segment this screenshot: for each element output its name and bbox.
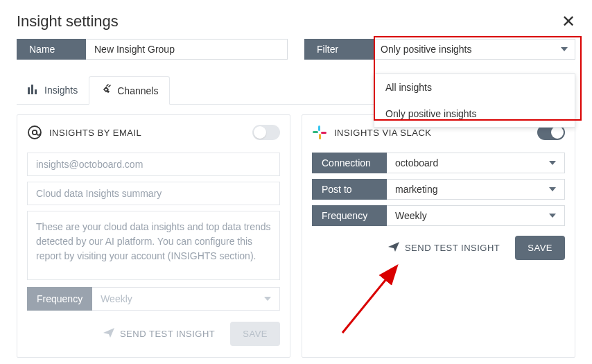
tab-channels[interactable]: Channels	[89, 76, 170, 105]
email-frequency-label: Frequency	[27, 287, 92, 311]
filter-field: Filter Only positive insights All insigh…	[304, 39, 575, 60]
slack-panel-title: INSIGHTS VIA SLACK	[334, 128, 432, 138]
chevron-down-icon	[549, 214, 556, 218]
tab-insights[interactable]: Insights	[17, 76, 89, 104]
svg-point-3	[28, 126, 41, 139]
filter-option[interactable]: All insights	[374, 74, 575, 101]
email-panel-title: INSIGHTS BY EMAIL	[49, 128, 141, 138]
svg-rect-6	[313, 131, 318, 133]
frequency-value: Weekly	[395, 210, 427, 221]
connection-value: octoboard	[395, 157, 438, 168]
connection-label: Connection	[312, 153, 387, 173]
filter-dropdown: All insights Only positive insights	[374, 73, 575, 128]
email-subject-input[interactable]	[27, 182, 280, 205]
svg-rect-0	[28, 87, 30, 94]
chevron-down-icon	[549, 187, 556, 191]
email-send-test-label: SEND TEST INSIGHT	[120, 329, 215, 339]
paper-plane-icon	[103, 328, 114, 340]
dialog-title: Insight settings	[17, 12, 119, 31]
svg-rect-5	[318, 125, 320, 131]
email-save-button: SAVE	[230, 322, 280, 346]
postto-label: Post to	[312, 179, 387, 200]
email-frequency-select[interactable]: Weekly	[92, 287, 280, 311]
connection-select[interactable]: octoboard	[387, 153, 565, 173]
tab-label: Insights	[44, 85, 78, 96]
slack-send-test-label: SEND TEST INSIGHT	[405, 243, 500, 253]
chevron-down-icon	[264, 297, 271, 301]
slack-save-button[interactable]: SAVE	[515, 236, 565, 260]
postto-select[interactable]: marketing	[387, 179, 565, 200]
filter-option[interactable]: Only positive insights	[374, 101, 575, 127]
chevron-down-icon	[561, 47, 568, 51]
svg-rect-7	[319, 134, 321, 139]
email-toggle[interactable]	[252, 125, 280, 140]
paper-plane-icon	[388, 242, 399, 254]
plug-icon	[101, 84, 112, 97]
filter-select[interactable]: Only positive insights	[374, 39, 575, 60]
filter-label: Filter	[304, 39, 374, 60]
email-body[interactable]: These are your cloud data insights and t…	[27, 211, 280, 280]
slack-icon	[312, 125, 327, 140]
svg-rect-1	[31, 85, 33, 94]
email-send-test-button: SEND TEST INSIGHT	[103, 328, 215, 340]
svg-point-4	[33, 130, 37, 135]
tab-label: Channels	[117, 85, 158, 96]
bar-chart-icon	[28, 85, 39, 96]
chevron-down-icon	[549, 161, 556, 165]
name-label: Name	[17, 39, 86, 60]
slack-send-test-button[interactable]: SEND TEST INSIGHT	[388, 242, 500, 254]
name-input[interactable]	[86, 39, 288, 60]
email-frequency-value: Weekly	[101, 293, 132, 304]
name-field: Name	[17, 39, 288, 60]
filter-selected-value: Only positive insights	[381, 44, 472, 55]
email-recipient-input[interactable]	[27, 153, 280, 176]
postto-value: marketing	[395, 184, 437, 195]
frequency-select[interactable]: Weekly	[387, 205, 565, 226]
frequency-label: Frequency	[312, 205, 387, 226]
close-icon[interactable]: ✕	[561, 13, 575, 30]
svg-rect-8	[321, 132, 327, 134]
email-panel: INSIGHTS BY EMAIL These are your cloud d…	[17, 114, 290, 358]
at-sign-icon	[27, 125, 42, 140]
slack-panel: INSIGHTS VIA SLACK Connection octoboard …	[302, 114, 575, 358]
svg-rect-2	[35, 89, 37, 94]
